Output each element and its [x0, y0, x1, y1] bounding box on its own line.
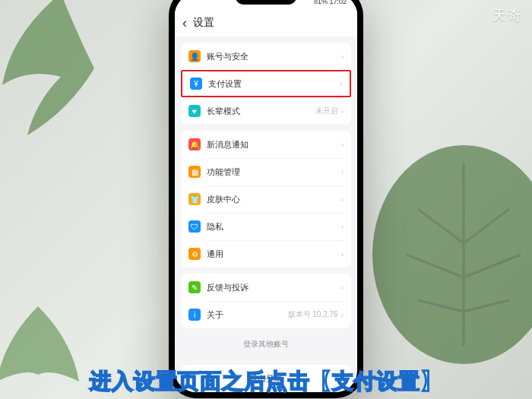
leaf-decoration	[0, 0, 144, 152]
chevron-right-icon: ›	[340, 80, 342, 88]
settings-item-feedback[interactable]: ✎反馈与投诉›	[181, 274, 351, 301]
chevron-right-icon: ›	[341, 52, 344, 61]
feedback-icon: ✎	[188, 281, 201, 293]
leaf-decoration	[350, 141, 532, 369]
chevron-right-icon: ›	[341, 223, 344, 231]
chevron-right-icon: ›	[341, 107, 344, 116]
account-security-icon: 👤	[188, 50, 201, 62]
watermark: 天奇	[492, 6, 523, 24]
status-right: 81% 17:02	[314, 0, 347, 5]
settings-item-notifications[interactable]: 🔔新消息通知›	[181, 131, 351, 158]
chevron-right-icon: ›	[341, 168, 344, 176]
chevron-right-icon: ›	[341, 141, 344, 149]
function-mgmt-icon: ▦	[188, 166, 201, 178]
chevron-right-icon: ›	[341, 311, 344, 319]
privacy-icon: 🛡	[188, 220, 201, 233]
page-title: 设置	[193, 16, 214, 30]
payment-settings-icon: ¥	[190, 78, 202, 90]
phone-notch	[236, 0, 296, 5]
item-value: 未开启	[315, 106, 338, 116]
svg-point-0	[372, 145, 532, 364]
settings-item-general[interactable]: ⚙通用›	[181, 240, 351, 268]
item-label: 皮肤中心	[207, 194, 338, 205]
item-value: 版本号 10.2.76	[288, 309, 338, 320]
item-label: 隐私	[207, 221, 338, 233]
phone-frame: 81% 17:02 ‹ 设置 👤账号与安全›¥支付设置›♥长辈模式未开启›🔔新消…	[169, 0, 363, 398]
settings-item-about[interactable]: i关于版本号 10.2.76›	[181, 301, 351, 328]
settings-item-function-mgmt[interactable]: ▦功能管理›	[181, 158, 351, 185]
settings-item-account-security[interactable]: 👤账号与安全›	[181, 43, 351, 70]
settings-item-payment-settings[interactable]: ¥支付设置›	[181, 70, 351, 97]
notifications-icon: 🔔	[188, 138, 201, 150]
item-label: 通用	[207, 249, 338, 260]
skin-center-icon: 👕	[188, 193, 201, 205]
phone-screen: 81% 17:02 ‹ 设置 👤账号与安全›¥支付设置›♥长辈模式未开启›🔔新消…	[175, 0, 357, 392]
item-label: 关于	[207, 309, 288, 321]
settings-item-skin-center[interactable]: 👕皮肤中心›	[181, 185, 351, 213]
general-icon: ⚙	[188, 248, 201, 260]
login-other-account[interactable]: 登录其他账号	[181, 328, 351, 360]
item-label: 反馈与投诉	[207, 282, 338, 293]
page-header: ‹ 设置	[175, 9, 357, 36]
chevron-right-icon: ›	[341, 195, 344, 204]
instruction-caption: 进入设置页面之后点击【支付设置】	[0, 367, 532, 396]
item-label: 新消息通知	[207, 139, 338, 150]
settings-item-privacy[interactable]: 🛡隐私›	[181, 213, 351, 240]
about-icon: i	[188, 309, 201, 321]
item-label: 账号与安全	[207, 51, 338, 62]
item-label: 长辈模式	[207, 106, 315, 117]
item-label: 功能管理	[207, 166, 338, 178]
elder-mode-icon: ♥	[188, 105, 201, 117]
back-icon[interactable]: ‹	[182, 15, 187, 31]
chevron-right-icon: ›	[341, 283, 344, 292]
settings-item-elder-mode[interactable]: ♥长辈模式未开启›	[181, 97, 351, 125]
item-label: 支付设置	[208, 78, 337, 90]
chevron-right-icon: ›	[341, 250, 344, 258]
